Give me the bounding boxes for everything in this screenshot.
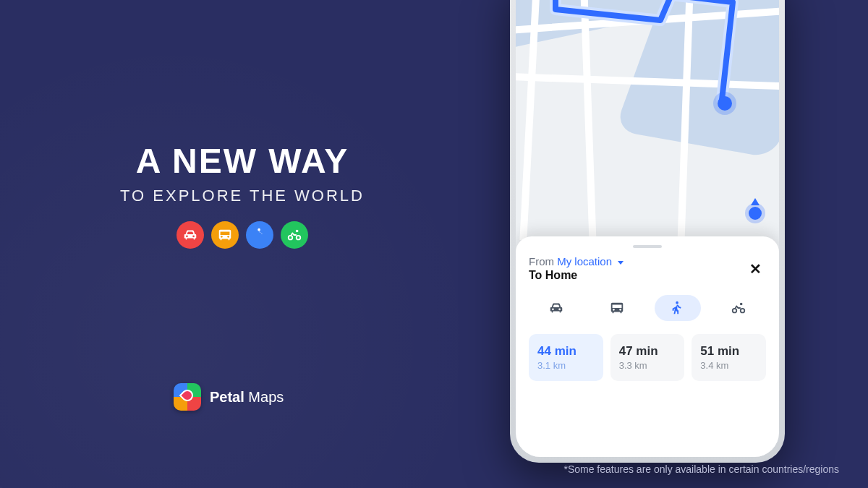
bus-icon <box>609 300 625 316</box>
route-distance: 3.3 km <box>619 360 676 371</box>
from-value: My location <box>557 255 612 267</box>
brand-name: Petal Maps <box>210 389 284 406</box>
bike-icon <box>281 221 308 249</box>
to-label-prefix: To <box>529 269 545 281</box>
brand-name-bold: Petal <box>210 389 244 405</box>
brand-name-rest: Maps <box>244 389 284 405</box>
car-icon <box>548 300 564 316</box>
hero-title: A NEW WAY <box>83 141 401 181</box>
map-view[interactable] <box>516 0 779 240</box>
tab-bus[interactable] <box>594 295 640 321</box>
brand-lockup: Petal Maps <box>174 383 284 411</box>
bus-icon <box>211 221 239 249</box>
petal-maps-logo-icon <box>174 383 201 411</box>
car-icon <box>176 221 204 249</box>
tab-bike[interactable] <box>715 295 762 321</box>
route-card[interactable]: 51 min 3.4 km <box>692 334 766 381</box>
route-time: 51 min <box>700 344 757 359</box>
current-location-icon <box>749 207 762 220</box>
to-row[interactable]: To Home <box>529 269 766 282</box>
route-bottom-sheet: From My location To Home ✕ <box>516 236 779 457</box>
phone-screen: From My location To Home ✕ <box>516 0 779 457</box>
from-row[interactable]: From My location <box>529 255 766 267</box>
promo-stage: A NEW WAY TO EXPLORE THE WORLD Petal Map… <box>0 0 868 488</box>
sheet-header: From My location To Home ✕ <box>529 255 766 282</box>
from-label: From <box>529 255 554 267</box>
route-time: 44 min <box>537 344 595 359</box>
destination-marker-icon <box>718 96 732 111</box>
route-distance: 3.1 km <box>537 360 595 371</box>
tab-walk[interactable] <box>655 295 701 321</box>
phone-frame: From My location To Home ✕ <box>510 0 785 463</box>
close-button[interactable]: ✕ <box>744 258 766 280</box>
mode-tabs <box>529 295 766 321</box>
sheet-grabber[interactable] <box>633 245 662 248</box>
route-line <box>516 0 779 240</box>
walk-icon <box>246 221 273 249</box>
bike-icon <box>731 300 746 316</box>
route-card[interactable]: 47 min 3.3 km <box>610 334 685 381</box>
disclaimer-text: *Some features are only available in cer… <box>563 463 839 475</box>
hero-mode-icons <box>83 221 401 249</box>
hero-block: A NEW WAY TO EXPLORE THE WORLD <box>83 141 401 249</box>
to-value: Home <box>545 269 577 281</box>
chevron-down-icon <box>618 261 624 265</box>
route-time: 47 min <box>619 344 676 359</box>
recenter-button[interactable] <box>746 204 765 223</box>
walk-icon <box>670 300 686 316</box>
route-cards: 44 min 3.1 km 47 min 3.3 km 51 min 3.4 k… <box>529 334 766 381</box>
tab-car[interactable] <box>533 295 579 321</box>
close-icon: ✕ <box>749 260 762 278</box>
route-card[interactable]: 44 min 3.1 km <box>529 334 603 381</box>
heading-arrow-icon <box>751 198 760 205</box>
hero-subtitle: TO EXPLORE THE WORLD <box>83 187 401 205</box>
route-distance: 3.4 km <box>700 360 757 371</box>
